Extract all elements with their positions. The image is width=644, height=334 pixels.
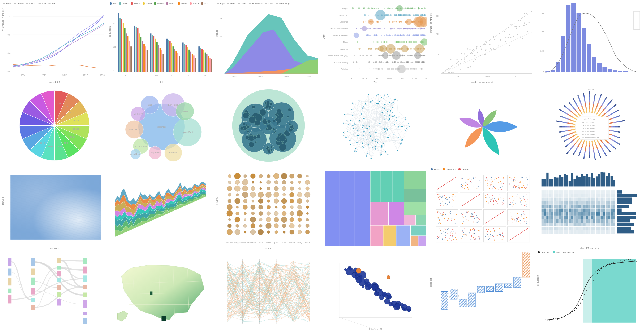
svg-point-2178 bbox=[473, 228, 474, 229]
svg-rect-2470 bbox=[581, 212, 583, 216]
svg-point-672 bbox=[395, 68, 397, 70]
svg-point-1990 bbox=[447, 220, 448, 221]
svg-point-861 bbox=[255, 141, 257, 143]
svg-line-1471 bbox=[573, 124, 576, 124]
x-axis-label: number of participants bbox=[471, 81, 494, 84]
svg-rect-2754 bbox=[514, 277, 521, 288]
svg-line-1114 bbox=[355, 101, 359, 123]
svg-rect-2563 bbox=[588, 223, 590, 226]
svg-line-1071 bbox=[363, 139, 375, 148]
svg-rect-2277 bbox=[549, 190, 551, 194]
svg-rect-2282 bbox=[561, 190, 563, 194]
svg-rect-2577 bbox=[549, 227, 551, 230]
svg-point-2180 bbox=[472, 229, 473, 230]
svg-point-1176 bbox=[352, 103, 353, 104]
svg-point-2786 bbox=[599, 270, 600, 271]
svg-point-2071 bbox=[519, 220, 520, 221]
svg-point-1767 bbox=[500, 183, 500, 184]
svg-point-1928 bbox=[512, 196, 513, 197]
svg-text:kebab: kebab bbox=[250, 241, 256, 244]
svg-point-1631 bbox=[243, 224, 247, 228]
svg-line-1304 bbox=[601, 111, 603, 113]
svg-point-652 bbox=[384, 69, 384, 69]
svg-rect-2438 bbox=[576, 209, 578, 212]
svg-point-1221 bbox=[400, 143, 401, 145]
svg-rect-2488 bbox=[551, 216, 553, 219]
svg-rect-31 bbox=[147, 50, 148, 72]
svg-point-755 bbox=[524, 23, 525, 24]
svg-text:200: 200 bbox=[436, 54, 440, 56]
svg-point-1841 bbox=[445, 205, 446, 205]
svg-point-2182 bbox=[461, 239, 462, 239]
svg-line-1287 bbox=[594, 96, 595, 99]
svg-point-236 bbox=[400, 21, 401, 22]
svg-rect-2408 bbox=[576, 205, 578, 208]
svg-rect-2477 bbox=[598, 212, 600, 216]
svg-point-2124 bbox=[444, 233, 444, 234]
svg-rect-2652 bbox=[31, 269, 35, 275]
svg-rect-2491 bbox=[559, 216, 561, 219]
svg-point-1880 bbox=[488, 202, 489, 203]
svg-point-1543 bbox=[244, 175, 247, 178]
svg-point-724 bbox=[484, 54, 486, 55]
svg-line-1516 bbox=[580, 102, 582, 106]
svg-point-1249 bbox=[394, 99, 396, 100]
svg-rect-1686 bbox=[460, 175, 482, 191]
svg-rect-2412 bbox=[586, 205, 588, 208]
svg-point-770 bbox=[475, 59, 476, 60]
svg-point-1959 bbox=[525, 201, 526, 202]
svg-line-1286 bbox=[594, 99, 595, 101]
svg-point-933 bbox=[268, 150, 271, 152]
svg-rect-795 bbox=[618, 71, 622, 72]
svg-point-857 bbox=[281, 115, 283, 117]
svg-point-670 bbox=[410, 68, 412, 70]
svg-rect-2256 bbox=[571, 173, 573, 187]
svg-point-878 bbox=[279, 143, 286, 151]
svg-point-257 bbox=[415, 16, 426, 27]
svg-text:18 to 24 Years: 18 to 24 Years bbox=[582, 127, 595, 130]
svg-line-1334 bbox=[613, 122, 617, 122]
svg-point-619 bbox=[419, 62, 419, 63]
svg-point-1980 bbox=[451, 219, 452, 219]
svg-point-917 bbox=[269, 102, 272, 105]
svg-point-853 bbox=[275, 113, 277, 116]
svg-point-1252 bbox=[343, 132, 344, 133]
svg-point-569 bbox=[353, 61, 354, 63]
svg-line-1510 bbox=[576, 103, 577, 106]
svg-point-1846 bbox=[447, 199, 448, 200]
svg-rect-2432 bbox=[561, 209, 563, 212]
svg-line-1408 bbox=[586, 141, 587, 144]
svg-rect-2476 bbox=[596, 212, 598, 216]
svg-rect-2254 bbox=[566, 175, 568, 186]
svg-point-1697 bbox=[462, 185, 463, 186]
svg-point-203 bbox=[394, 21, 395, 22]
svg-point-1591 bbox=[274, 199, 279, 204]
svg-text:14 to 17 Years: 14 to 17 Years bbox=[582, 124, 595, 126]
svg-point-578 bbox=[421, 61, 422, 63]
svg-line-1411 bbox=[585, 151, 585, 154]
svg-line-1371 bbox=[614, 147, 615, 148]
svg-point-1547 bbox=[273, 173, 279, 179]
svg-line-1005 bbox=[366, 154, 382, 156]
svg-point-1203 bbox=[366, 139, 367, 140]
svg-point-1761 bbox=[492, 188, 493, 189]
svg-rect-2310 bbox=[556, 194, 558, 197]
svg-point-2041 bbox=[463, 214, 464, 214]
svg-line-1375 bbox=[601, 140, 603, 143]
svg-point-1793 bbox=[523, 182, 524, 182]
svg-point-1184 bbox=[364, 100, 364, 100]
svg-line-1442 bbox=[565, 146, 566, 147]
svg-point-561 bbox=[390, 55, 390, 56]
svg-point-1160 bbox=[343, 135, 344, 136]
svg-line-1447 bbox=[566, 139, 568, 140]
svg-rect-2302 bbox=[611, 190, 613, 194]
chart-parallel-coordinates bbox=[215, 250, 322, 333]
svg-point-1545 bbox=[259, 174, 263, 178]
svg-point-187 bbox=[396, 14, 397, 16]
svg-point-1616 bbox=[297, 210, 303, 217]
svg-point-2213 bbox=[491, 236, 491, 237]
svg-point-176 bbox=[415, 14, 417, 16]
svg-point-2189 bbox=[473, 238, 473, 239]
svg-point-338 bbox=[401, 35, 402, 36]
svg-point-1567 bbox=[260, 187, 262, 190]
